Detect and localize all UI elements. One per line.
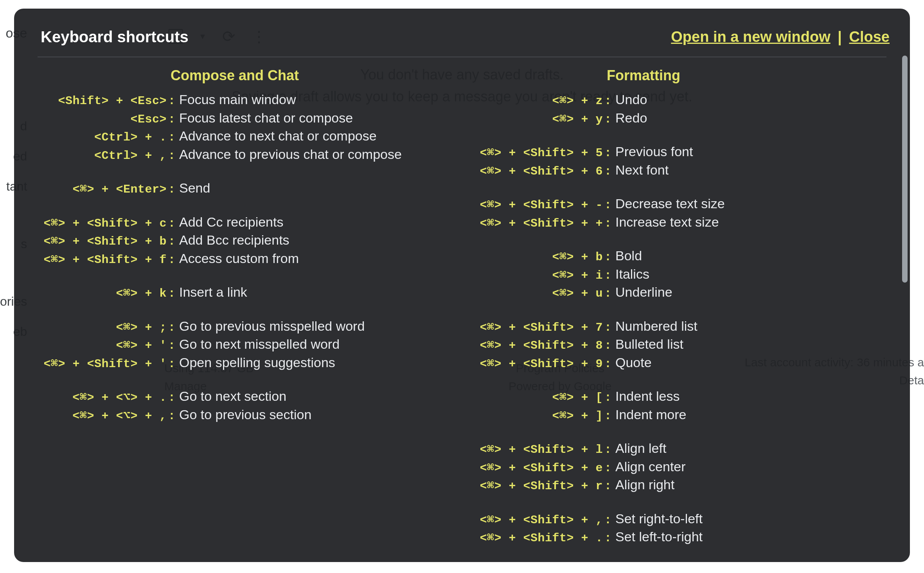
column-formatting: Formatting <⌘> + z:Undo <⌘> + y:Redo <⌘>… — [474, 67, 886, 562]
shortcut-desc: Italics — [615, 265, 886, 283]
shortcut-desc: Decrease text size — [615, 195, 886, 213]
section-title-compose: Compose and Chat — [38, 67, 450, 84]
shortcut-desc: Next font — [615, 161, 886, 179]
shortcut-row: <⌘> + [:Indent less — [474, 387, 886, 406]
shortcut-desc: Focus latest chat or compose — [179, 109, 450, 127]
shortcut-row: <⌘> + <Shift> + +:Increase text size — [474, 213, 886, 232]
shortcut-keys: <⌘> + <Shift> + ' — [38, 356, 167, 372]
section-title-formatting: Formatting — [474, 67, 886, 84]
shortcut-row: <⌘> + <Shift> + l:Align left — [474, 440, 886, 458]
shortcut-keys: <⌘> + z — [474, 93, 603, 109]
shortcut-keys: <Esc> — [38, 112, 167, 128]
shortcut-keys: <Shift> + <Esc> — [38, 93, 167, 109]
shortcut-row: <Esc>:Focus latest chat or compose — [38, 109, 450, 128]
shortcut-desc: Previous font — [615, 143, 886, 161]
shortcut-row: <⌘> + k:Insert a link — [38, 283, 450, 302]
close-link[interactable]: Close — [849, 29, 890, 45]
shortcut-row: <Shift> + <Esc>:Focus main window — [38, 91, 450, 109]
shortcut-desc: Quote — [615, 354, 886, 372]
shortcut-desc: Numbered list — [615, 317, 886, 335]
shortcut-desc: Redo — [615, 109, 886, 127]
shortcut-keys: <⌘> + <Shift> + , — [474, 512, 603, 528]
dialog-title: Keyboard shortcuts — [41, 28, 189, 46]
shortcut-keys: <⌘> + b — [474, 249, 603, 265]
shortcut-keys: <⌘> + <Shift> + + — [474, 216, 603, 232]
dialog-header: Keyboard shortcuts Open in a new window … — [30, 28, 894, 57]
shortcut-columns: Compose and Chat <Shift> + <Esc>:Focus m… — [30, 67, 894, 562]
shortcut-keys: <⌘> + i — [474, 268, 603, 284]
shortcut-desc: Insert a link — [179, 283, 450, 301]
shortcut-keys: <⌘> + u — [474, 286, 603, 302]
shortcut-row: <⌘> + <Shift> + c:Add Cc recipients — [38, 213, 450, 232]
dialog-actions: Open in a new window | Close — [671, 29, 890, 45]
shortcut-keys: <⌘> + <Shift> + c — [38, 216, 167, 232]
shortcut-desc: Access custom from — [179, 250, 450, 268]
shortcut-row: <⌘> + <Shift> + b:Add Bcc recipients — [38, 231, 450, 250]
shortcut-keys: <⌘> + y — [474, 112, 603, 128]
shortcut-keys: <⌘> + <Shift> + b — [38, 234, 167, 250]
open-new-window-link[interactable]: Open in a new window — [671, 29, 830, 45]
shortcut-row: <⌘> + z:Undo — [474, 91, 886, 109]
shortcut-desc: Go to previous section — [179, 406, 450, 424]
shortcut-desc: Go to next section — [179, 387, 450, 405]
shortcut-keys: <⌘> + <⌥> + , — [38, 408, 167, 424]
shortcut-desc: Align center — [615, 458, 886, 476]
shortcut-row: <⌘> + ]:Indent more — [474, 406, 886, 424]
shortcut-row: <⌘> + y:Redo — [474, 109, 886, 128]
shortcut-desc: Strikethrough — [615, 562, 886, 562]
shortcut-desc: Go to next misspelled word — [179, 335, 450, 353]
dialog-divider — [38, 57, 886, 57]
shortcut-desc: Bold — [615, 247, 886, 265]
shortcut-row: <⌘> + <Shift> + 6:Next font — [474, 161, 886, 180]
shortcut-keys: <⌘> + <Shift> + r — [474, 478, 603, 494]
shortcut-desc: Align right — [615, 476, 886, 494]
shortcut-row: <⌘> + <Shift> + 8:Bulleted list — [474, 335, 886, 354]
shortcut-row: <⌘> + <Shift> + -:Decrease text size — [474, 195, 886, 213]
column-compose-chat: Compose and Chat <Shift> + <Esc>:Focus m… — [38, 67, 450, 562]
shortcut-row: <⌘> + <Shift> + x:Strikethrough — [474, 562, 886, 562]
shortcut-desc: Indent less — [615, 387, 886, 405]
shortcut-keys: <⌘> + <Shift> + l — [474, 442, 603, 458]
shortcut-desc: Send — [179, 179, 450, 197]
shortcut-keys: <⌘> + ] — [474, 408, 603, 424]
shortcut-keys: <Ctrl> + , — [38, 148, 167, 164]
shortcut-desc: Set right-to-left — [615, 510, 886, 528]
shortcut-desc: Focus main window — [179, 91, 450, 109]
shortcut-keys: <Ctrl> + . — [38, 130, 167, 146]
shortcut-keys: <⌘> + [ — [474, 390, 603, 406]
shortcut-desc: Open spelling suggestions — [179, 354, 450, 372]
shortcut-row: <⌘> + <Shift> + ':Open spelling suggesti… — [38, 354, 450, 372]
shortcut-keys: <⌘> + <⌥> + . — [38, 390, 167, 406]
shortcut-keys: <⌘> + <Shift> + e — [474, 460, 603, 476]
shortcut-desc: Indent more — [615, 406, 886, 424]
shortcut-desc: Go to previous misspelled word — [179, 317, 450, 335]
shortcut-desc: Advance to previous chat or compose — [179, 146, 450, 164]
shortcut-row: <⌘> + ':Go to next misspelled word — [38, 335, 450, 354]
shortcut-desc: Bulleted list — [615, 335, 886, 353]
dialog-scrollbar[interactable] — [902, 56, 908, 283]
shortcut-desc: Align left — [615, 440, 886, 458]
shortcut-desc: Advance to next chat or compose — [179, 127, 450, 145]
actions-separator: | — [838, 29, 842, 45]
shortcut-keys: <⌘> + <Enter> — [38, 182, 167, 198]
keyboard-shortcuts-dialog: Keyboard shortcuts Open in a new window … — [14, 9, 910, 562]
shortcut-keys: <⌘> + <Shift> + 5 — [474, 145, 603, 161]
shortcut-keys: <⌘> + <Shift> + - — [474, 197, 603, 213]
shortcut-desc: Undo — [615, 91, 886, 109]
shortcut-row: <⌘> + <Shift> + r:Align right — [474, 476, 886, 494]
shortcut-row: <⌘> + ;:Go to previous misspelled word — [38, 317, 450, 336]
shortcut-row: <⌘> + <Shift> + .:Set left-to-right — [474, 528, 886, 546]
shortcut-row: <⌘> + i:Italics — [474, 265, 886, 284]
shortcut-keys: <⌘> + <Shift> + 9 — [474, 356, 603, 372]
shortcut-keys: <⌘> + k — [38, 286, 167, 302]
shortcut-row: <⌘> + <Shift> + 7:Numbered list — [474, 317, 886, 336]
shortcut-row: <⌘> + <Shift> + ,:Set right-to-left — [474, 510, 886, 528]
shortcut-row: <⌘> + <Enter>:Send — [38, 179, 450, 198]
shortcut-row: <⌘> + <Shift> + 9:Quote — [474, 354, 886, 372]
shortcut-row: <Ctrl> + ,:Advance to previous chat or c… — [38, 146, 450, 164]
shortcut-row: <⌘> + u:Underline — [474, 283, 886, 302]
shortcut-keys: <⌘> + ; — [38, 320, 167, 336]
shortcut-row: <⌘> + <Shift> + 5:Previous font — [474, 143, 886, 161]
shortcut-keys: <⌘> + <Shift> + 6 — [474, 164, 603, 180]
shortcut-keys: <⌘> + ' — [38, 338, 167, 354]
